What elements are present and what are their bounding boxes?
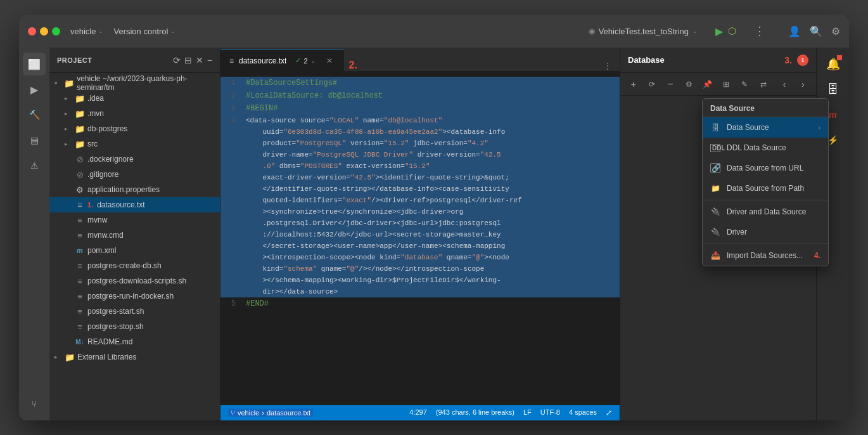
line-num-3: 3 bbox=[220, 102, 246, 115]
tree-item-datasource[interactable]: ≡ 1. datasource.txt bbox=[49, 197, 220, 212]
tree-item-mvnw[interactable]: ≡ mvnw bbox=[49, 212, 220, 228]
collapse-icon[interactable]: ⊟ bbox=[184, 55, 192, 65]
ddl-menu-icon: DDL bbox=[710, 144, 720, 152]
close-sidebar-icon[interactable]: ✕ bbox=[196, 55, 203, 65]
db-table-button[interactable]: ⊞ bbox=[718, 76, 734, 93]
dockerignore-label: .dockerignore bbox=[87, 155, 134, 164]
dropdown-menu: Data Source 🗄 Data Source › DDL DDL Data… bbox=[702, 98, 829, 266]
dropdown-item-driver[interactable]: 🔌 Driver bbox=[703, 222, 828, 242]
pg-create-label: postgres-create-db.sh bbox=[87, 261, 162, 270]
dropdown-item-path[interactable]: 📁 Data Source from Path bbox=[703, 178, 828, 198]
branch-separator: › bbox=[262, 409, 264, 417]
quarkus-icon: ⚡ bbox=[827, 135, 838, 145]
src-label: src bbox=[87, 140, 98, 148]
more-options-icon[interactable]: ⋮ bbox=[754, 24, 765, 38]
db-left-arrow-button[interactable]: ‹ bbox=[776, 76, 792, 93]
tree-item-dockerignore[interactable]: ⊘ .dockerignore bbox=[49, 152, 220, 167]
tree-item-idea[interactable]: ▸ 📁 .idea bbox=[49, 91, 220, 106]
run-config[interactable]: ◉ VehicleTest.test_toString ⌄ bbox=[589, 27, 698, 36]
tab-more-button[interactable]: ⋮ bbox=[603, 61, 620, 71]
run-config-chevron-icon: ⌄ bbox=[692, 28, 698, 34]
right-db-icon[interactable]: 🗄 bbox=[822, 78, 845, 101]
sidebar-item-terminal[interactable]: ▤ bbox=[23, 129, 46, 152]
branch-indicator[interactable]: ⑂ vehicle › datasource.txt bbox=[228, 409, 313, 417]
tree-item-gitignore[interactable]: ⊘ .gitignore bbox=[49, 167, 220, 182]
right-notifications-icon[interactable]: 🔔 bbox=[822, 53, 845, 75]
path-menu-icon: 📁 bbox=[710, 184, 720, 193]
dropdown-item-ddl[interactable]: DDL DDL Data Source bbox=[703, 138, 828, 158]
minimize-button[interactable] bbox=[40, 27, 48, 36]
tree-item-readme[interactable]: M↓ README.md bbox=[49, 334, 220, 349]
src-arrow-icon: ▸ bbox=[65, 141, 72, 147]
check-icon: ✓ bbox=[295, 56, 301, 65]
pg-download-label: postgres-download-scripts.sh bbox=[87, 276, 186, 285]
sidebar: Project ⟳ ⊟ ✕ − ▾ 📁 vehicle ~/work/2023-… bbox=[49, 48, 220, 420]
pg-stop-label: postgres-stop.sh bbox=[87, 322, 144, 331]
editor-content[interactable]: 1 #DataSourceSettings# 2 #LocalDataSourc… bbox=[220, 72, 620, 405]
tree-item-pg-stop[interactable]: ≡ postgres-stop.sh bbox=[49, 319, 220, 334]
settings-icon[interactable]: ⚙ bbox=[831, 25, 840, 37]
db-right-arrow-button[interactable]: › bbox=[795, 76, 811, 93]
tree-root[interactable]: ▾ 📁 vehicle ~/work/2023-quarkus-ph-semin… bbox=[49, 75, 220, 91]
status-chars-val: 943 chars, 6 line breaks bbox=[438, 408, 512, 416]
tree-item-db-postgres[interactable]: ▸ 📁 db-postgres bbox=[49, 121, 220, 136]
tree-item-appprops[interactable]: ⚙ application.properties bbox=[49, 182, 220, 197]
tree-item-pomxml[interactable]: m pom.xml bbox=[49, 243, 220, 258]
db-transfer-button[interactable]: ⇄ bbox=[755, 76, 771, 93]
mvnwcmd-icon: ≡ bbox=[75, 231, 85, 240]
db-add-button[interactable]: + bbox=[625, 76, 641, 93]
tree-item-pg-download[interactable]: ≡ postgres-download-scripts.sh bbox=[49, 273, 220, 289]
tree-item-ext-libs[interactable]: ▸ 📁 External Libraries bbox=[49, 349, 220, 365]
file-breadcrumb: datasource.txt bbox=[267, 409, 310, 417]
db-settings-button[interactable]: ⚙ bbox=[681, 76, 697, 93]
tree-item-src[interactable]: ▸ 📁 src bbox=[49, 136, 220, 152]
line-num-5: 5 bbox=[220, 297, 246, 310]
minimize-sidebar-icon[interactable]: − bbox=[207, 55, 212, 65]
maximize-button[interactable] bbox=[52, 27, 60, 36]
sidebar-tree: ▾ 📁 vehicle ~/work/2023-quarkus-ph-semin… bbox=[49, 73, 220, 420]
tab-datasource[interactable]: ≡ datasource.txt ✓ 2 ⌄ ✕ bbox=[220, 49, 344, 71]
dropdown-item-url[interactable]: 🔗 Data Source from URL bbox=[703, 158, 828, 178]
expand-icon[interactable]: ⤢ bbox=[606, 408, 612, 417]
sidebar-item-git[interactable]: ⑂ bbox=[23, 393, 46, 415]
path-menu-label: Data Source from Path bbox=[727, 184, 804, 193]
sidebar-item-run[interactable]: ▶ bbox=[23, 78, 46, 101]
tree-item-pg-run[interactable]: ≡ postgres-run-in-docker.sh bbox=[49, 289, 220, 304]
status-bar: ⑂ vehicle › datasource.txt 4:297 (943 ch… bbox=[220, 405, 620, 420]
tab-close-button[interactable]: ✕ bbox=[324, 56, 335, 66]
editor-area: ≡ datasource.txt ✓ 2 ⌄ ✕ 2. ⋮ bbox=[220, 48, 620, 420]
debug-button[interactable]: ⬡ bbox=[728, 25, 736, 37]
driver-menu-icon: 🔌 bbox=[710, 228, 720, 237]
dockerignore-icon: ⊘ bbox=[75, 155, 85, 164]
search-icon[interactable]: 🔍 bbox=[810, 25, 822, 37]
sidebar-item-problems[interactable]: ⚠ bbox=[23, 154, 46, 177]
sidebar-actions: ⟳ ⊟ ✕ − bbox=[173, 55, 212, 65]
version-control-button[interactable]: Version control ⌄ bbox=[113, 27, 176, 36]
tree-item-pg-start[interactable]: ≡ postgres-start.sh bbox=[49, 304, 220, 319]
dropdown-item-import[interactable]: 📥 Import Data Sources... 4. bbox=[703, 245, 828, 266]
account-icon[interactable]: 👤 bbox=[788, 25, 801, 37]
dropdown-item-driver-ds[interactable]: 🔌 Driver and Data Source bbox=[703, 202, 828, 222]
tree-item-pg-create[interactable]: ≡ postgres-create-db.sh bbox=[49, 258, 220, 273]
dropdown-item-datasource[interactable]: 🗄 Data Source › bbox=[703, 117, 828, 138]
tab-icon: ≡ bbox=[229, 56, 234, 65]
line-content-2: #LocalDataSource: db@localhost bbox=[246, 89, 620, 102]
titlebar-icons: 👤 🔍 ⚙ bbox=[788, 25, 840, 37]
sidebar-item-tools[interactable]: 🔨 bbox=[23, 103, 46, 126]
root-folder-icon: 📁 bbox=[64, 79, 74, 88]
close-button[interactable] bbox=[28, 27, 36, 36]
tree-item-mvn[interactable]: ▸ 📁 .mvn bbox=[49, 106, 220, 121]
maven-icon: m bbox=[829, 110, 836, 120]
tree-item-mvnwcmd[interactable]: ≡ mvnw.cmd bbox=[49, 228, 220, 243]
idea-folder-icon: 📁 bbox=[75, 94, 85, 103]
db-edit-button[interactable]: ✎ bbox=[737, 76, 753, 93]
db-refresh-button[interactable]: ⟳ bbox=[644, 76, 660, 93]
activity-bar: ⬜ ▶ 🔨 ▤ ⚠ ⑂ bbox=[19, 48, 49, 420]
db-pin-button[interactable]: 📌 bbox=[699, 76, 715, 93]
run-button[interactable]: ▶ bbox=[715, 25, 723, 37]
db-minus-button[interactable]: − bbox=[663, 76, 679, 93]
project-name[interactable]: vehicle ⌄ bbox=[70, 27, 103, 36]
sidebar-item-project[interactable]: ⬜ bbox=[23, 53, 46, 75]
db-postgres-folder-icon: 📁 bbox=[75, 124, 85, 134]
sync-icon[interactable]: ⟳ bbox=[173, 55, 181, 65]
